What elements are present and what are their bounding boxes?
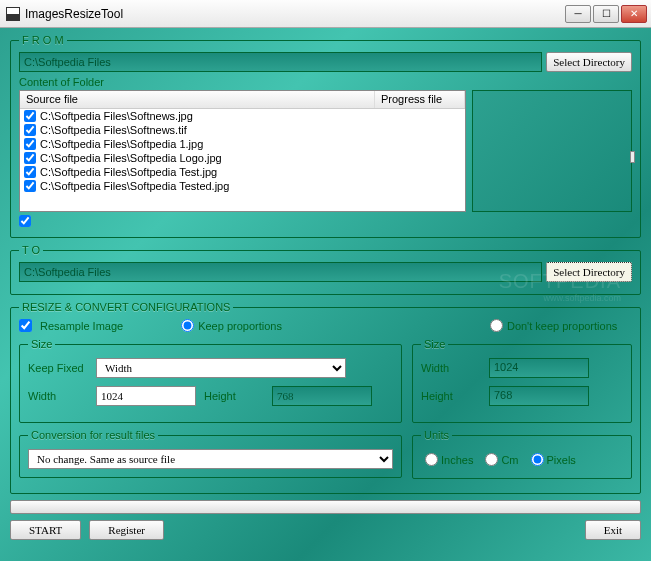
config-legend: RESIZE & CONVERT CONFIGURATIONS: [19, 301, 233, 313]
size-right-legend: Size: [421, 338, 448, 350]
from-group: F R O M Select Directory Content of Fold…: [10, 34, 641, 238]
resample-label: Resample Image: [40, 320, 123, 332]
r-width-value: 1024: [489, 358, 589, 378]
keep-proportions-label: Keep proportions: [198, 320, 282, 332]
conversion-group: Conversion for result files No change. S…: [19, 429, 402, 478]
to-group: T O Select Directory: [10, 244, 641, 295]
from-path-input[interactable]: [19, 52, 542, 72]
titlebar: ImagesResizeTool ─ ☐ ✕: [0, 0, 651, 28]
size-right-group: Size Width 1024 Height 768: [412, 338, 632, 423]
conversion-select[interactable]: No change. Same as source file: [28, 449, 393, 469]
preview-panel: [472, 90, 632, 212]
exit-button[interactable]: Exit: [585, 520, 641, 540]
list-item[interactable]: C:\Softpedia Files\Softpedia Test.jpg: [20, 165, 465, 179]
list-body[interactable]: C:\Softpedia Files\Softnews.jpg C:\Softp…: [20, 109, 465, 213]
list-item[interactable]: C:\Softpedia Files\Softnews.tif: [20, 123, 465, 137]
select-all-checkbox-row: [19, 215, 632, 229]
height-input: [272, 386, 372, 406]
main-content: F R O M Select Directory Content of Fold…: [0, 28, 651, 561]
window-title: ImagesResizeTool: [25, 7, 565, 21]
col-source-file[interactable]: Source file: [20, 91, 375, 108]
content-folder-label: Content of Folder: [19, 76, 632, 88]
keep-proportions-radio[interactable]: [181, 319, 194, 332]
from-select-directory-button[interactable]: Select Directory: [546, 52, 632, 72]
to-select-directory-button[interactable]: Select Directory: [546, 262, 632, 282]
to-path-input[interactable]: [19, 262, 542, 282]
dont-keep-label: Don't keep proportions: [507, 320, 617, 332]
list-header: Source file Progress file: [20, 91, 465, 109]
app-icon: [6, 7, 20, 21]
file-checkbox[interactable]: [24, 152, 36, 164]
from-legend: F R O M: [19, 34, 67, 46]
minimize-button[interactable]: ─: [565, 5, 591, 23]
file-checkbox[interactable]: [24, 124, 36, 136]
progress-bar: [10, 500, 641, 514]
list-item[interactable]: C:\Softpedia Files\Softpedia Logo.jpg: [20, 151, 465, 165]
units-legend: Units: [421, 429, 452, 441]
preview-resize-handle[interactable]: [630, 151, 635, 163]
units-group: Units Inches Cm Pixels: [412, 429, 632, 479]
r-height-value: 768: [489, 386, 589, 406]
list-item[interactable]: C:\Softpedia Files\Softpedia 1.jpg: [20, 137, 465, 151]
size-left-group: Size Keep Fixed Width Width Height: [19, 338, 402, 423]
width-label: Width: [28, 390, 88, 402]
file-checkbox[interactable]: [24, 110, 36, 122]
unit-cm-radio[interactable]: [485, 453, 498, 466]
keep-fixed-label: Keep Fixed: [28, 362, 88, 374]
list-item[interactable]: C:\Softpedia Files\Softnews.jpg: [20, 109, 465, 123]
resample-checkbox[interactable]: [19, 319, 32, 332]
to-legend: T O: [19, 244, 43, 256]
file-checkbox[interactable]: [24, 166, 36, 178]
dont-keep-proportions-radio[interactable]: [490, 319, 503, 332]
keep-fixed-select[interactable]: Width: [96, 358, 346, 378]
width-input[interactable]: [96, 386, 196, 406]
unit-pixels-radio[interactable]: [531, 453, 544, 466]
file-checkbox[interactable]: [24, 138, 36, 150]
select-all-checkbox[interactable]: [19, 215, 31, 227]
maximize-button[interactable]: ☐: [593, 5, 619, 23]
conversion-legend: Conversion for result files: [28, 429, 158, 441]
r-width-label: Width: [421, 362, 481, 374]
close-button[interactable]: ✕: [621, 5, 647, 23]
start-button[interactable]: START: [10, 520, 81, 540]
size-legend: Size: [28, 338, 55, 350]
config-group: RESIZE & CONVERT CONFIGURATIONS Resample…: [10, 301, 641, 494]
list-item[interactable]: C:\Softpedia Files\Softpedia Tested.jpg: [20, 179, 465, 193]
height-label: Height: [204, 390, 264, 402]
col-progress-file[interactable]: Progress file: [375, 91, 465, 108]
unit-inches-radio[interactable]: [425, 453, 438, 466]
r-height-label: Height: [421, 390, 481, 402]
file-checkbox[interactable]: [24, 180, 36, 192]
register-button[interactable]: Register: [89, 520, 164, 540]
file-list[interactable]: Source file Progress file C:\Softpedia F…: [19, 90, 466, 212]
